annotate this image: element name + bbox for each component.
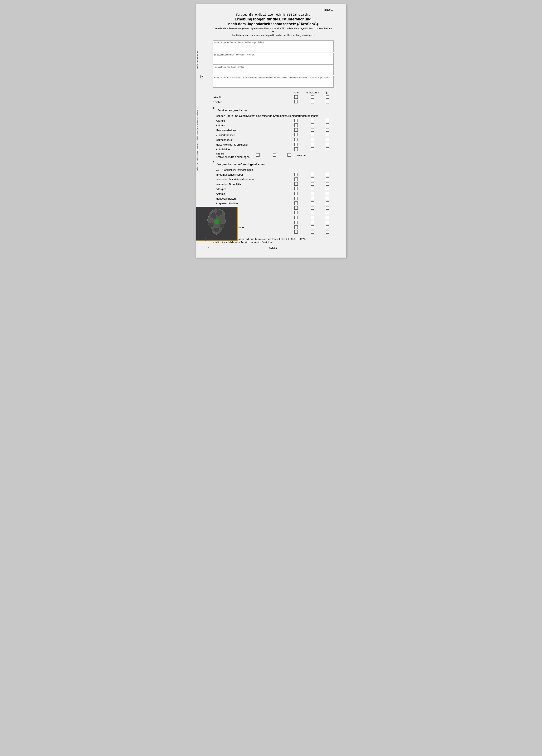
section1-row-3: Zuckerkrankheit <box>212 133 334 137</box>
map-overlay <box>196 207 237 241</box>
section1-header: 1 Familienvorgeschichte <box>212 107 334 113</box>
cb-s2-7-unbekannt[interactable] <box>311 206 315 210</box>
cb-s2-7-ja[interactable] <box>326 206 329 210</box>
cb-s1-4-ja[interactable] <box>326 138 329 141</box>
cb-s1-1-unbekannt[interactable] <box>311 123 315 127</box>
cb-s2p-2-ja[interactable] <box>326 221 329 224</box>
title-bold-line1: Erhebungsbogen für die Erstuntersuchung <box>212 17 334 21</box>
cb-s2p-1-ja[interactable] <box>326 216 329 219</box>
section2-1-title: Krankheiten/Behinderungen <box>222 169 253 171</box>
title-main: Für Jugendliche, die 15, aber noch nicht… <box>212 13 334 16</box>
cb-s1-5-ja[interactable] <box>326 143 329 146</box>
cb-s2-6-nein[interactable] <box>295 201 298 205</box>
label-s1-1: Asthma <box>216 124 288 127</box>
cb-s2p-3-unbekannt[interactable] <box>311 225 315 229</box>
cb-s1-6-ja[interactable] <box>326 147 329 151</box>
col-unbekannt: unbekannt <box>305 91 321 94</box>
cb-s1-5-nein[interactable] <box>295 143 298 146</box>
cb-s2-4-unbekannt[interactable] <box>311 192 315 195</box>
cb-s2-2-unbekannt[interactable] <box>311 182 315 186</box>
zutreffend-checkbox[interactable]: × <box>200 75 204 78</box>
cb-maennlich-unbekannt[interactable] <box>311 95 315 99</box>
cb-maennlich-ja[interactable] <box>326 95 329 99</box>
cb-s1-6-unbekannt[interactable] <box>311 147 315 151</box>
cb-s2p-0-unbekannt[interactable] <box>311 211 315 214</box>
cb-s2p-4-nein[interactable] <box>295 230 298 234</box>
bottom-year: 2416 <box>204 237 206 241</box>
section2-row-3: Allergien <box>212 187 334 191</box>
cb-s1-6-nein[interactable] <box>295 147 298 151</box>
cb-s2-6-ja[interactable] <box>326 201 329 205</box>
field-job[interactable]: Beabsichtigte berufliche Tätigkeit <box>212 65 334 75</box>
cb-s1-3-nein[interactable] <box>295 133 298 136</box>
label-s2-4: Asthma <box>216 192 288 195</box>
cb-s2-3-nein[interactable] <box>295 187 298 190</box>
cb-s2p-0-nein[interactable] <box>295 211 298 214</box>
field-name-label: Name, Vorname, Geburtsdatum der/des Juge… <box>213 41 334 44</box>
cb-s2-0-ja[interactable] <box>326 173 329 176</box>
cb-s2-2-ja[interactable] <box>326 182 329 186</box>
welche-label: welche: <box>297 154 306 157</box>
cb-s2-0-unbekannt[interactable] <box>311 173 315 176</box>
field-name[interactable]: Name, Vorname, Geburtsdatum der/des Juge… <box>212 40 334 52</box>
cb-s1-3-unbekannt[interactable] <box>311 133 315 136</box>
cb-s2p-3-nein[interactable] <box>295 225 298 229</box>
cb-s2-1-nein[interactable] <box>295 177 298 181</box>
cb-s2p-3-ja[interactable] <box>326 225 329 229</box>
welche-input[interactable] <box>308 154 350 157</box>
cb-s2p-2-nein[interactable] <box>295 221 298 224</box>
cb-weiblich-unbekannt[interactable] <box>311 100 315 103</box>
cb-s1-2-unbekannt[interactable] <box>311 128 315 132</box>
cb-andere-unbekannt[interactable] <box>273 153 276 157</box>
cb-andere-ja[interactable] <box>288 153 291 157</box>
cb-s2p-4-unbekannt[interactable] <box>311 230 315 234</box>
cb-s2-4-ja[interactable] <box>326 192 329 195</box>
side-label-nachdruck: Nachdruck, Nachahnung, kopieren und elek… <box>196 108 198 172</box>
label-s2-2: wiederholt Bronchitis <box>216 183 288 186</box>
cb-s2-4-nein[interactable] <box>295 192 298 195</box>
cb-s1-1-nein[interactable] <box>295 123 298 127</box>
cb-s2-5-unbekannt[interactable] <box>311 197 315 200</box>
anlage-label: Anlage 1* <box>212 8 334 11</box>
cb-s1-0-nein[interactable] <box>295 119 298 122</box>
cb-s2p-4-ja[interactable] <box>326 230 329 234</box>
cb-s1-4-unbekannt[interactable] <box>311 138 315 141</box>
cb-maennlich-nein[interactable] <box>295 95 298 99</box>
cb-s2-5-nein[interactable] <box>295 197 298 200</box>
cb-s1-2-nein[interactable] <box>295 128 298 132</box>
cb-s1-0-ja[interactable] <box>326 119 329 122</box>
cb-andere-nein[interactable] <box>256 153 259 157</box>
label-s2-5: Hautkrankheiten <box>216 197 288 200</box>
cb-s2p-1-unbekannt[interactable] <box>311 216 315 219</box>
subtitle: - von der/dem Personensorgeberechtigten … <box>212 27 334 37</box>
label-s1-3: Zuckerkrankheit <box>216 133 288 137</box>
cb-s1-3-ja[interactable] <box>326 133 329 136</box>
cb-s2-5-ja[interactable] <box>326 197 329 200</box>
cb-s2p-0-ja[interactable] <box>326 211 329 214</box>
cb-s2p-1-nein[interactable] <box>295 216 298 219</box>
cb-s2-6-unbekannt[interactable] <box>311 201 315 205</box>
cb-s2-7-nein[interactable] <box>295 206 298 210</box>
col-nein: nein <box>288 91 305 94</box>
cb-s1-2-ja[interactable] <box>326 128 329 132</box>
cb-s2-3-ja[interactable] <box>326 187 329 190</box>
cb-s1-1-ja[interactable] <box>326 123 329 127</box>
cb-s1-5-unbekannt[interactable] <box>311 143 315 146</box>
cb-s2-3-unbekannt[interactable] <box>311 187 315 190</box>
cb-s2p-2-unbekannt[interactable] <box>311 221 315 224</box>
section2-row-4: Asthma <box>212 192 334 196</box>
section1-intro: Bei den Eltern und Geschwistern sind fol… <box>216 114 334 117</box>
cb-s2-2-nein[interactable] <box>295 182 298 186</box>
cb-s1-4-nein[interactable] <box>295 138 298 141</box>
cb-weiblich-ja[interactable] <box>326 100 329 103</box>
section2-title: Vorgeschichte der/des Jugendlichen <box>217 163 264 166</box>
cb-s1-0-unbekannt[interactable] <box>311 119 315 122</box>
cb-weiblich-nein[interactable] <box>295 100 298 103</box>
cb-s2-1-ja[interactable] <box>326 177 329 181</box>
cb-s2-1-unbekannt[interactable] <box>311 177 315 181</box>
field-guardian[interactable]: Name, Vorname, Postanschrift der/des Per… <box>212 76 334 88</box>
cb-s2-0-nein[interactable] <box>295 173 298 176</box>
field-address[interactable]: Straße, Hausnummer, Postleitzahl, Wohnor… <box>212 53 334 65</box>
label-s2-0: Rheumatisches Fieber <box>216 173 288 176</box>
label-s1-0: Allergie <box>216 119 288 122</box>
